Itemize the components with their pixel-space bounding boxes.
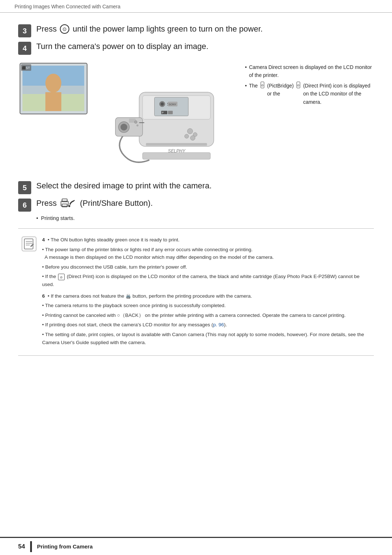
svg-point-31	[136, 125, 139, 127]
printing-starts-bullet: Printing starts.	[36, 215, 374, 221]
step-4-label: Turn the camera's power on to display an…	[36, 41, 208, 52]
pictbridge-icon: ⊘	[261, 82, 264, 88]
page-header: Printing Images When Connected with Came…	[0, 0, 392, 13]
note-4-item-3: • Before you disconnect the USB cable, t…	[42, 263, 370, 271]
printer-camera-illustration: P S SONY SELPHY	[105, 61, 234, 174]
step-5-row: 5 Select the desired image to print with…	[18, 180, 374, 194]
step-3-row: 3 Press ⊙ until the power lamp lights gr…	[18, 24, 374, 37]
svg-rect-23	[146, 143, 207, 146]
note-box: 4 • The ON button lights steadily green …	[18, 236, 374, 348]
svg-point-22	[190, 136, 195, 140]
note-4-item-4: • If the ⊘ (Direct Print) icon is displa…	[42, 273, 370, 288]
printing-starts-text: Printing starts.	[41, 215, 75, 221]
note-icon	[22, 237, 36, 251]
step-4-number: 4	[18, 42, 31, 55]
step-5-number: 5	[18, 181, 31, 194]
note-6-item-5: • The setting of date, print copies, or …	[42, 331, 370, 346]
step-6-press: Press	[36, 198, 57, 209]
note-6-item-2: • The camera returns to the playback scr…	[42, 302, 370, 310]
step-6-row: 6 Press (Print/Share Button).	[18, 198, 374, 212]
svg-rect-34	[62, 204, 67, 207]
camera-with-image-svg: ⬛ST	[18, 61, 94, 141]
svg-rect-36	[24, 239, 33, 249]
divider-2	[18, 355, 374, 356]
svg-point-28	[121, 124, 127, 131]
footer-text: Printing from Camera	[37, 543, 93, 550]
direct-print-icon: ⊘	[297, 82, 300, 88]
image-notes: Camera Direct screen is displayed on the…	[245, 61, 374, 108]
svg-text:SONY: SONY	[169, 103, 176, 106]
note-4-item-2: • The power lamp of the printer blinks o…	[42, 246, 370, 261]
svg-point-15	[160, 102, 164, 106]
footer-bar	[30, 541, 32, 552]
note-6-item-3: • Printing cannot be canceled with ○（BAC…	[42, 311, 370, 319]
step-5-label: Select the desired image to print with t…	[36, 180, 212, 192]
svg-rect-33	[62, 199, 67, 202]
page-footer: 54 Printing from Camera	[0, 537, 392, 555]
print-share-inline-icon: 🖨️	[126, 294, 131, 299]
note-content: 4 • The ON button lights steadily green …	[42, 236, 370, 348]
svg-point-21	[185, 134, 189, 138]
print-share-icon	[60, 198, 76, 208]
note-6-header: 6 • If the camera does not feature the 🖨…	[42, 292, 370, 300]
camera-illustration-left: ⬛ST	[18, 61, 94, 142]
step-3-after: until the power lamp lights green to tur…	[73, 24, 262, 35]
step-3-number: 3	[18, 24, 31, 37]
svg-text:P: P	[162, 111, 164, 114]
direct-print-icon-2: ⊘	[58, 274, 65, 280]
svg-point-35	[69, 205, 70, 207]
header-title: Printing Images When Connected with Came…	[15, 4, 121, 9]
footer-page-number: 54	[18, 543, 25, 550]
printer-camera-svg: P S SONY SELPHY	[105, 61, 234, 174]
step-6-after: (Print/Share Button).	[80, 198, 153, 209]
divider-1	[18, 228, 374, 229]
step-4-text: Turn the camera's power on to display an…	[36, 41, 208, 52]
step-6-text: Press (Print/Share Button).	[36, 198, 153, 209]
svg-point-30	[134, 121, 137, 123]
step-5-text: Select the desired image to print with t…	[36, 180, 212, 192]
svg-rect-5	[45, 92, 61, 111]
svg-point-19	[187, 128, 193, 134]
note-4-header: 4 • The ON button lights steadily green …	[42, 236, 370, 244]
illustration-section: ⬛ST P S SON	[18, 61, 374, 174]
page-link[interactable]: p. 96	[213, 322, 224, 327]
svg-text:⬛ST: ⬛ST	[22, 66, 30, 70]
step-3-text: Press ⊙ until the power lamp lights gree…	[36, 24, 263, 35]
note-bullet-1: Camera Direct screen is displayed on the…	[245, 63, 374, 79]
note-6-item-4: • If printing does not start, check the …	[42, 321, 370, 329]
step-4-row: 4 Turn the camera's power on to display …	[18, 41, 374, 55]
step-3-press: Press	[36, 24, 57, 35]
step-6-number: 6	[18, 199, 31, 212]
svg-rect-25	[143, 152, 211, 159]
note-bullet-2: The ⊘ (PictBridge) or the ⊘ (Direct Prin…	[245, 82, 374, 106]
main-content: 3 Press ⊙ until the power lamp lights gr…	[0, 13, 392, 370]
svg-rect-13	[168, 111, 173, 114]
svg-point-4	[45, 74, 61, 93]
power-icon: ⊙	[60, 24, 69, 34]
